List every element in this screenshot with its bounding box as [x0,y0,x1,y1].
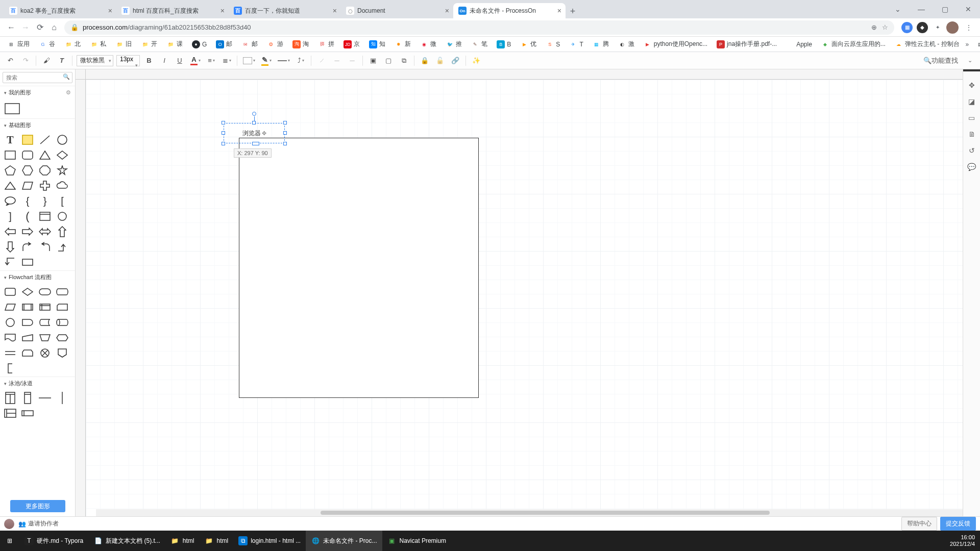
install-app-icon[interactable]: ⊕ [871,23,877,31]
close-icon[interactable]: × [333,7,337,15]
shape-cloud[interactable] [55,180,69,192]
clear-format-button[interactable]: T [56,55,68,67]
line-color-button[interactable]: ✎ [260,55,273,67]
bookmark-folder[interactable]: 📁旧 [112,39,135,49]
close-icon[interactable]: × [445,7,449,15]
undo-button[interactable]: ↶ [4,55,16,67]
category-flowchart[interactable]: Flowchart 流程图 [0,270,75,284]
bookmark-item[interactable]: ✎笔 [468,39,491,49]
bookmark-folder[interactable]: 📁课 [163,39,186,49]
font-size-select[interactable]: 13px [116,55,140,66]
to-front-button[interactable]: ▣ [367,55,379,67]
kebab-menu-icon[interactable]: ⋮ [962,24,976,31]
shape-paren[interactable]: ( [20,210,35,222]
shape-terminator[interactable] [38,286,52,298]
shape-delay[interactable] [20,316,35,329]
shape-lane-h[interactable] [20,407,35,419]
bookmark-item[interactable]: ●G [189,39,210,49]
shape-sep-h[interactable] [38,392,52,404]
bookmark-folder[interactable]: 📁私 [87,39,109,49]
shape-search-input[interactable] [3,72,72,83]
shape-callout[interactable] [3,195,17,207]
shape-trapezoid[interactable] [3,180,17,192]
shape-lane-v[interactable] [20,392,35,404]
connector-style-button[interactable]: ⤴ [295,55,307,67]
bookmark-item[interactable]: Pjna操作手册.pdf-... [714,39,780,49]
list-button[interactable]: ≣ [220,55,233,67]
start-button[interactable]: ⊞ [0,531,19,551]
close-window-button[interactable]: ✕ [957,0,980,18]
category-basic-shapes[interactable]: 基础图形 [0,118,75,132]
close-icon[interactable]: × [557,7,561,15]
address-bar[interactable]: 🔒 processon.com/diagraming/61ab20215653b… [64,20,894,35]
shape-data[interactable] [3,301,17,313]
shape-circle[interactable] [55,134,69,146]
shape-custom-rect[interactable] [3,101,21,116]
taskbar-item[interactable]: 📁html [165,531,200,551]
shape-loop-limit[interactable] [20,347,35,359]
bookmarks-overflow-icon[interactable]: » [966,41,969,48]
shape-star[interactable] [55,164,69,177]
shape-rectangle[interactable] [239,138,479,398]
ruler-horizontal[interactable] [86,69,963,80]
text-align-button[interactable]: ≡ [205,55,217,67]
bookmark-item[interactable]: ◉微 [417,39,439,49]
shape-summing[interactable] [38,347,52,359]
navigator-icon[interactable]: ✥ [966,80,977,91]
arrow-start-button[interactable]: ─ [331,55,343,67]
invite-collaborator-button[interactable]: 👥邀请协作者 [18,519,59,528]
shape-hexagon[interactable] [20,164,35,177]
smart-find-button[interactable]: 🔍 功能查找 [922,55,960,67]
bookmark-folder[interactable]: 📁北 [61,39,84,49]
bookmark-item[interactable]: 知知 [366,39,388,49]
bookmark-item[interactable]: O邮 [213,39,235,49]
shape-preparation[interactable] [55,332,69,344]
selected-shape[interactable]: 浏览器✥ [224,123,285,143]
redo-button[interactable]: ↷ [19,55,32,67]
shape-arrow-right[interactable] [20,226,35,238]
bookmark-item[interactable]: ✈T [566,39,586,49]
extension-icon[interactable]: ◆ [917,22,928,33]
system-clock[interactable]: 16:00 2021/12/4 [945,534,980,547]
shape-manual-input[interactable] [20,332,35,344]
shape-merge[interactable] [3,347,17,359]
to-back-button[interactable]: ▢ [382,55,395,67]
theme-icon[interactable]: ◪ [966,96,977,107]
shape-note[interactable] [20,134,35,146]
browser-tab-active[interactable]: On未命名文件 - ProcessOn× [453,3,566,18]
taskbar-item-active[interactable]: 🌐未命名文件 - Proc... [306,531,382,551]
shape-process[interactable] [3,286,17,298]
line-style-button[interactable] [276,55,291,67]
bookmark-folder[interactable]: 📁开 [138,39,160,49]
shape-rounded-rect[interactable] [20,149,35,161]
italic-button[interactable]: I [158,55,170,67]
bookmark-item[interactable]: ▦腾 [590,39,612,49]
history-icon[interactable]: ↺ [966,145,977,156]
extension-icon[interactable]: ▦ [901,22,913,33]
bookmark-item[interactable]: ❂游 [264,39,286,49]
ruler-vertical[interactable] [76,80,86,516]
connector-type-button[interactable]: ⟋ [315,55,328,67]
new-tab-button[interactable]: + [566,4,580,18]
profile-avatar[interactable] [946,21,959,34]
shape-parallelogram[interactable] [20,180,35,192]
shape-arrow-both[interactable] [38,226,52,238]
apps-shortcut[interactable]: ⊞应用 [4,39,33,49]
page-icon[interactable]: 🗎 [966,129,977,140]
shape-rect[interactable] [3,149,17,161]
shape-sep-v[interactable] [55,392,69,404]
bookmark-item[interactable]: ▶优 [517,39,540,49]
font-color-button[interactable]: A [189,55,202,67]
shape-octagon[interactable] [38,164,52,177]
fill-color-button[interactable] [241,55,257,67]
shape-stored-data[interactable] [38,316,52,329]
category-my-shapes[interactable]: 我的图形⚙ [0,86,75,99]
bookmark-item[interactable]: 淘淘 [289,39,312,49]
shape-arrow-left[interactable] [3,226,17,238]
shape-manual-op[interactable] [38,332,52,344]
reload-button[interactable]: ⟳ [33,20,47,35]
shape-arrow-up[interactable] [55,226,69,238]
home-button[interactable]: ⌂ [47,20,61,35]
more-shapes-button[interactable]: 更多图形 [10,500,65,512]
back-button[interactable]: ← [4,20,18,35]
